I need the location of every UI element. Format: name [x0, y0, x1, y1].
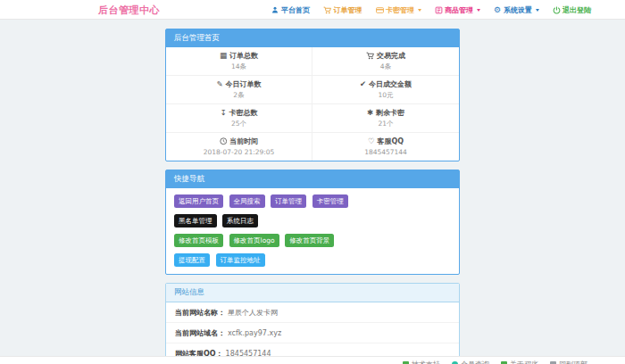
withdraw-config-button[interactable]: 提现配置 [174, 253, 210, 267]
site-info-body: 当前网站名称： 星辰个人发卡网 当前网站域名： xcfk.pay97.xyz 网… [166, 302, 459, 364]
nav-item-order-manage[interactable]: 订单管理 [323, 5, 362, 15]
stat-service-qq: ♡客服QQ 1845457144 [312, 132, 459, 161]
edit-home-logo-button[interactable]: 修改首页logo [229, 234, 279, 247]
site-name-row: 当前网站名称： 星辰个人发卡网 [166, 302, 459, 322]
edit-home-background-button[interactable]: 修改首页背景 [285, 234, 334, 247]
dashboard-panel-title: 后台管理首页 [166, 29, 459, 47]
stat-label: 剩余卡密 [376, 107, 404, 119]
order-manage-button[interactable]: 订单管理 [271, 194, 306, 208]
logout-icon [553, 6, 561, 14]
chevron-down-icon [477, 9, 480, 12]
nav-item-label: 系统设置 [504, 5, 532, 15]
footer-link-about[interactable]: 关于程序 [501, 360, 538, 364]
stat-value: 14条 [168, 62, 310, 71]
quick-nav-row-blue: 提现配置 订单监控地址 [174, 253, 451, 267]
app-title: 后台管理中心 [98, 4, 160, 17]
navbar: 后台管理中心 平台首页 订单管理 卡密管理 [0, 0, 625, 20]
system-log-button[interactable]: 系统日志 [222, 214, 258, 228]
download-icon: ↧ [220, 107, 226, 119]
site-domain-row: 当前网站域名： xcfk.pay97.xyz [166, 322, 459, 343]
cart-icon [323, 6, 331, 14]
stat-label: 交易完成 [377, 50, 405, 62]
stat-total-cards: ↧卡密总数 25个 [166, 103, 312, 132]
chevron-down-icon [536, 9, 539, 12]
site-info-panel: 网站信息 当前网站名称： 星辰个人发卡网 当前网站域名： xcfk.pay97.… [165, 283, 460, 364]
stat-label: 订单总数 [229, 50, 258, 62]
card-manage-button[interactable]: 卡密管理 [312, 194, 348, 208]
site-info-panel-title: 网站信息 [166, 284, 459, 302]
site-domain-label: 当前网站域名： [175, 328, 225, 338]
stat-value: 1845457144 [314, 147, 457, 157]
stat-today-amount: ✔今日成交金额 10元 [312, 75, 459, 103]
site-name-value: 星辰个人发卡网 [228, 308, 278, 318]
footer-link-back-to-top[interactable]: 回到顶部 [550, 360, 588, 364]
stats-grid: ▦订单总数 14条 交易完成 4条 ✎今日订单数 2条 ✔今日成交金额 10元 … [166, 47, 459, 161]
nav-item-platform-home[interactable]: 平台首页 [271, 5, 311, 15]
stat-label: 客服QQ [378, 136, 404, 147]
order-monitor-url-button[interactable]: 订单监控地址 [216, 253, 265, 267]
heart-icon: ♡ [368, 136, 375, 147]
cart-icon [366, 52, 374, 60]
stat-completed-trades: 交易完成 4条 [312, 47, 459, 75]
dashboard-panel: 后台管理首页 ▦订单总数 14条 交易完成 4条 ✎今日订单数 2条 ✔今日成交… [165, 29, 460, 161]
nav-item-system-settings[interactable]: ⚙ 系统设置 [494, 5, 539, 15]
site-name-label: 当前网站名称： [175, 308, 225, 318]
nav-item-label: 平台首页 [281, 5, 310, 15]
chevron-down-icon [418, 9, 421, 12]
blacklist-manage-button[interactable]: 黑名单管理 [174, 214, 217, 228]
nav-item-label: 订单管理 [334, 5, 362, 15]
nav-item-logout[interactable]: 退出登陆 [553, 5, 592, 15]
stat-value: 25个 [168, 119, 310, 128]
nav-item-label: 退出登陆 [562, 5, 591, 15]
global-search-button[interactable]: 全局搜索 [229, 194, 265, 208]
stat-total-orders: ▦订单总数 14条 [166, 47, 312, 75]
clock-icon [220, 137, 228, 145]
quick-nav-row-purple: 返回用户首页 全局搜索 订单管理 卡密管理 [174, 194, 451, 208]
stat-value: 4条 [314, 62, 457, 71]
stat-remaining-cards: ✱剩余卡密 21个 [312, 103, 459, 132]
stat-label: 当前时间 [229, 136, 258, 147]
stat-label: 卡密总数 [229, 107, 258, 119]
asterisk-icon: ✱ [367, 107, 373, 119]
user-icon [271, 6, 279, 14]
nav-item-card-manage[interactable]: 卡密管理 [376, 5, 421, 15]
stat-value: 2条 [168, 90, 310, 100]
stat-value: 10元 [314, 90, 457, 100]
footer-link-support[interactable]: 技术支持 [403, 360, 440, 364]
stat-today-orders: ✎今日订单数 2条 [166, 75, 312, 103]
stat-current-time: 当前时间 2018-07-20 21:29:05 [166, 132, 312, 161]
nav-menu: 平台首页 订单管理 卡密管理 商品管理 [271, 5, 592, 15]
pencil-icon: ✎ [216, 79, 222, 90]
footer-bar: 技术支持 会员查询 关于程序 回到顶部 [0, 356, 625, 364]
quick-nav-panel: 快捷导航 返回用户首页 全局搜索 订单管理 卡密管理 黑名单管理 系统日志 修改… [165, 170, 460, 275]
edit-home-template-button[interactable]: 修改首页模板 [174, 234, 223, 247]
stat-label: 今日订单数 [226, 79, 262, 90]
quick-nav-row-green: 修改首页模板 修改首页logo 修改首页背景 [174, 234, 451, 247]
nav-item-label: 商品管理 [445, 5, 473, 15]
site-domain-value: xcfk.pay97.xyz [228, 329, 281, 337]
nav-item-goods-manage[interactable]: 商品管理 [435, 5, 480, 15]
goods-icon [435, 6, 443, 14]
stat-label: 今日成交金额 [369, 79, 412, 90]
check-icon: ✔ [360, 79, 366, 90]
stat-value: 21个 [314, 119, 457, 128]
quick-nav-panel-title: 快捷导航 [166, 170, 459, 188]
card-icon [376, 6, 384, 14]
stat-value: 2018-07-20 21:29:05 [168, 147, 310, 157]
footer-link-member-query[interactable]: 会员查询 [452, 360, 489, 364]
quick-nav-row-black: 黑名单管理 系统日志 [174, 214, 451, 228]
user-home-button[interactable]: 返回用户首页 [174, 194, 223, 208]
gear-icon: ⚙ [494, 6, 502, 14]
nav-item-label: 卡密管理 [386, 5, 414, 15]
grid-icon: ▦ [220, 50, 227, 62]
